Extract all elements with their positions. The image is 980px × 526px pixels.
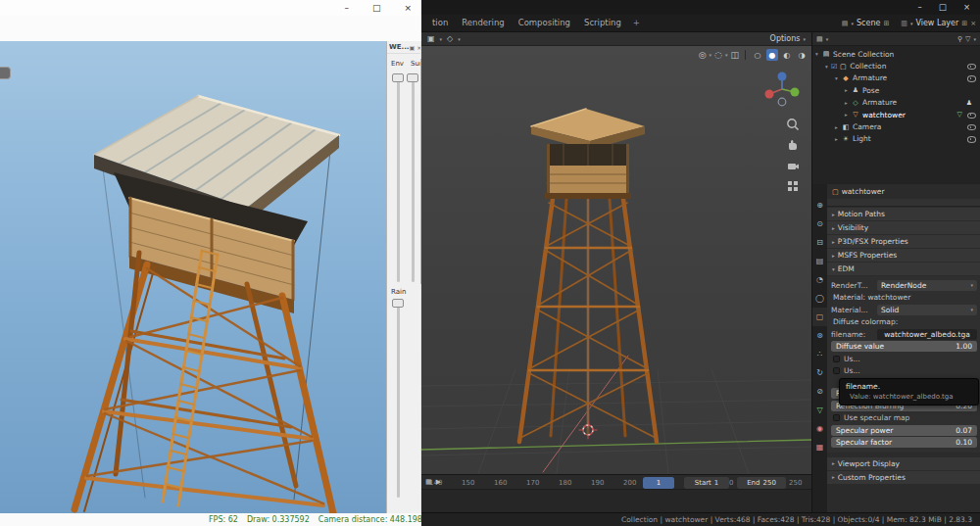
viewer-3d-canvas[interactable]: [0, 41, 386, 513]
tab-constraints[interactable]: ⊘: [812, 382, 827, 401]
tab-view-layer[interactable]: ▤: [812, 252, 827, 270]
material-mode-dropdown[interactable]: Solid ▾: [877, 305, 977, 315]
tab-animation-partial[interactable]: tion: [425, 15, 455, 31]
outliner-item-label[interactable]: Armature: [862, 98, 897, 107]
checkbox[interactable]: [833, 356, 840, 362]
side-panel-handle[interactable]: [0, 67, 11, 79]
camera-view-icon[interactable]: [785, 158, 801, 173]
checkbox[interactable]: [833, 367, 840, 374]
start-frame-field[interactable]: Start 1: [684, 477, 729, 489]
shading-rendered-icon[interactable]: ◑: [796, 49, 808, 61]
outliner-row-collection[interactable]: ▾ ☑ ▢ Collection: [812, 60, 980, 72]
tab-rendering[interactable]: Rendering: [455, 15, 511, 31]
maximize-icon[interactable]: □: [939, 3, 947, 12]
use-checkbox-row[interactable]: Us...: [833, 365, 975, 375]
options-menu[interactable]: Options ▾: [770, 34, 806, 43]
navigation-gizmo[interactable]: [760, 68, 804, 111]
orthographic-toggle-icon[interactable]: [785, 178, 801, 194]
view-layer-icon[interactable]: ▥: [901, 20, 907, 27]
outliner-row-watchtower[interactable]: ▸ ▽ watchtower ▽: [812, 109, 980, 120]
panel-motion-paths[interactable]: ▸ Motion Paths: [827, 208, 980, 220]
tab-texture[interactable]: ▦: [812, 438, 827, 456]
active-object-name[interactable]: watchtower: [842, 187, 885, 196]
filter-icon[interactable]: ▽: [965, 35, 970, 43]
visibility-eye-icon[interactable]: [966, 74, 976, 82]
current-frame-field[interactable]: 1: [643, 477, 674, 489]
end-frame-field[interactable]: End 250: [737, 477, 786, 489]
visibility-eye-icon[interactable]: [966, 63, 976, 71]
zoom-icon[interactable]: [785, 117, 801, 132]
disclosure-icon[interactable]: ▾: [822, 64, 831, 70]
outliner-item-label[interactable]: Armature: [853, 73, 887, 82]
new-scene-icon[interactable]: ⊞: [883, 20, 889, 27]
panel-p3d-fsx[interactable]: ▸ P3D/FSX Properties: [827, 235, 980, 248]
gizmos-toggle-icon[interactable]: ◎: [699, 50, 707, 60]
env-slider-handle[interactable]: [392, 73, 404, 82]
outliner-row-camera[interactable]: ▸ ◧ Camera: [812, 120, 980, 132]
scene-selector[interactable]: ▤ ▾ Scene ⊞: [842, 19, 889, 27]
panel-visibility[interactable]: ▸ Visibility: [827, 221, 980, 234]
rain-slider-handle[interactable]: [392, 299, 404, 308]
filename-field[interactable]: watchtower_albedo.tga: [877, 329, 977, 340]
tab-particles[interactable]: ∴: [812, 345, 827, 363]
timeline-ruler[interactable]: ▦ ▶ 140 150 160 170 180 190 200 210 220 …: [421, 475, 811, 490]
disclosure-icon[interactable]: ▸: [842, 87, 851, 93]
tab-world[interactable]: ◯: [812, 289, 827, 308]
tab-compositing[interactable]: Compositing: [512, 15, 577, 31]
disclosure-icon[interactable]: ▸: [842, 112, 851, 118]
editor-type-icon[interactable]: ▤: [816, 35, 823, 43]
use-filename-checkbox-row[interactable]: Us...: [833, 354, 975, 363]
collection-checkbox-icon[interactable]: ☑: [831, 63, 837, 71]
view-layer-selector[interactable]: ▥ ▾ View Layer ⊞ ×: [901, 19, 976, 27]
rain-slider-track[interactable]: [397, 302, 400, 498]
outliner-row-armature-data[interactable]: ▸ ◇ Armature ♟: [812, 97, 980, 109]
panel-menu-icon[interactable]: ▣: [409, 44, 415, 51]
outliner-row-pose[interactable]: ▸ ♟ Pose: [812, 84, 980, 96]
outliner-row-armature-object[interactable]: ▾ ◆ Armature: [812, 72, 980, 84]
visibility-eye-icon[interactable]: [966, 135, 976, 143]
tab-object[interactable]: ▢: [812, 308, 827, 326]
new-view-layer-icon[interactable]: ⊞: [961, 20, 967, 27]
search-icon[interactable]: ⚲: [957, 35, 962, 43]
panel-custom-properties[interactable]: ▸ Custom Properties: [827, 471, 980, 484]
tab-modifiers[interactable]: ⊛: [812, 326, 827, 345]
pan-hand-icon[interactable]: [785, 137, 801, 153]
tab-scripting[interactable]: Scripting: [577, 15, 628, 31]
diffuse-value-slider[interactable]: Diffuse value 1.00: [831, 341, 977, 352]
panel-msfs[interactable]: ▸ MSFS Properties: [827, 249, 980, 262]
sun-slider-track[interactable]: [412, 76, 415, 282]
overlays-toggle-icon[interactable]: ◌: [714, 50, 722, 60]
xray-toggle-icon[interactable]: ◫: [730, 50, 739, 60]
tab-object-data[interactable]: ▽: [812, 401, 827, 419]
env-slider-track[interactable]: [397, 76, 400, 282]
shading-solid-icon[interactable]: ●: [766, 49, 778, 61]
mode-selector-icon[interactable]: ◇: [447, 34, 453, 43]
tab-physics[interactable]: ↻: [812, 363, 827, 382]
panel-edm[interactable]: ▾ EDM: [827, 263, 980, 275]
outliner-item-label[interactable]: Collection: [850, 62, 886, 71]
sun-slider-handle[interactable]: [407, 73, 418, 82]
maximize-icon[interactable]: □: [372, 4, 381, 13]
outliner-row-light[interactable]: ▸ ☀ Light: [812, 133, 980, 145]
tab-output[interactable]: ⊟: [812, 233, 827, 252]
play-icon[interactable]: ▶: [436, 478, 441, 486]
tab-scene[interactable]: ◔: [812, 270, 827, 289]
minimize-icon[interactable]: –: [344, 4, 349, 13]
visibility-eye-icon[interactable]: [966, 111, 976, 119]
outliner-row-scene-collection[interactable]: ▾ ▤ Scene Collection: [812, 48, 980, 60]
disclosure-icon[interactable]: ▸: [842, 100, 851, 106]
outliner-item-label[interactable]: Camera: [853, 122, 881, 131]
minimize-icon[interactable]: –: [918, 3, 922, 12]
disclosure-icon[interactable]: ▸: [832, 136, 841, 142]
close-icon[interactable]: ×: [404, 4, 412, 13]
remove-view-layer-icon[interactable]: ×: [970, 20, 976, 27]
shading-material-icon[interactable]: ◐: [781, 49, 793, 61]
specular-factor-slider[interactable]: Specular factor 0.10: [831, 437, 977, 448]
outliner-item-label[interactable]: Pose: [862, 86, 879, 95]
render-type-dropdown[interactable]: RenderNode ▾: [877, 280, 977, 291]
tab-material[interactable]: ◉: [812, 419, 827, 438]
scene-name[interactable]: Scene: [857, 19, 880, 27]
disclosure-icon[interactable]: ▸: [832, 124, 841, 130]
close-icon[interactable]: ×: [963, 3, 970, 12]
panel-viewport-display[interactable]: ▸ Viewport Display: [827, 457, 980, 470]
